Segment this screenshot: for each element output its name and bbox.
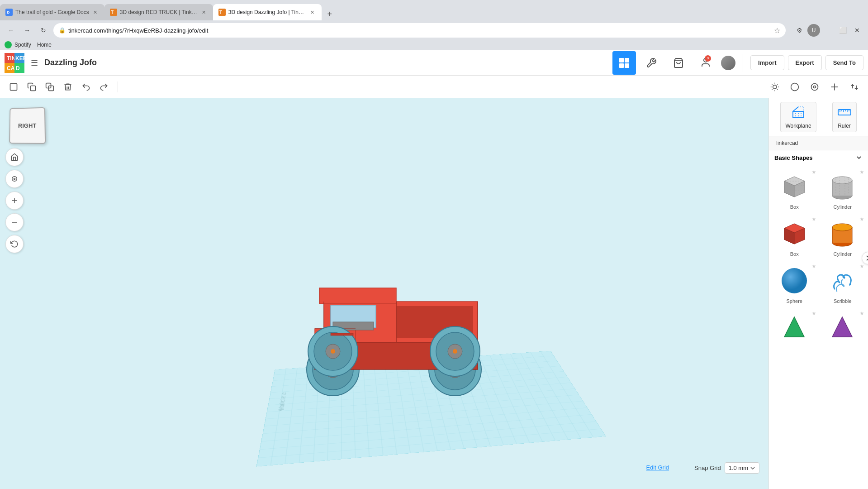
shape-cylinder-gray[interactable]: ★ [819,167,867,213]
redo-button[interactable] [96,79,112,95]
shape-cylinder-gray-label: Cylinder [834,204,852,210]
group-button[interactable] [806,79,823,95]
shape-cylinder-orange[interactable]: ★ Cylinder [819,214,867,260]
tab-1-close[interactable]: ✕ [92,9,99,16]
light-button[interactable] [767,79,783,95]
fit-view-button[interactable] [5,170,24,188]
shape-sphere-blue-icon [778,265,810,297]
shape-cylinder-orange-label: Cylinder [834,251,852,257]
view-cube[interactable]: RIGHT [9,107,45,144]
svg-point-125 [795,115,796,116]
ruler-icon [837,105,852,121]
send-to-button[interactable]: Send To [825,55,863,70]
shape-sphere-blue[interactable]: ★ Sphere [771,261,818,307]
snap-value: 1.0 mm [729,465,748,471]
address-bar-row: ← → ↻ 🔒 tinkercad.com/things/7rHxqwEeRBJ… [0,20,868,40]
svg-point-34 [791,83,799,91]
cursor-button[interactable] [787,79,803,95]
forward-button[interactable]: → [21,24,33,37]
profile-button[interactable]: U [807,24,820,37]
workplane-icon [791,105,806,121]
shape-pyramid-purple-icon [827,312,859,344]
view-controls [5,148,24,253]
zoom-out-button[interactable] [5,213,24,231]
delete-button[interactable] [60,79,76,95]
svg-point-158 [782,268,807,293]
undo-button[interactable] [78,79,94,95]
shape-box-red-star[interactable]: ★ [811,216,816,222]
minimize-button[interactable]: — [822,24,835,37]
user-avatar[interactable] [721,56,735,70]
cube-face-right[interactable]: RIGHT [9,107,46,144]
workplane-button[interactable]: Workplane [780,102,816,132]
extensions-button[interactable]: ⚙ [793,24,806,37]
spotify-label[interactable]: Spotify – Home [14,42,52,48]
ruler-button[interactable]: Ruler [832,102,857,132]
tab-3-close[interactable]: ✕ [309,9,316,16]
shape-pyramid-purple-star[interactable]: ★ [859,310,864,316]
shape-pyramid-purple[interactable]: ★ [819,308,867,349]
tab-1[interactable]: D The trail of gold - Google Docs ✕ [0,4,104,20]
bag-button[interactable] [667,51,690,75]
reset-view-button[interactable] [5,235,24,253]
duplicate-button[interactable] [42,79,58,95]
svg-marker-161 [832,317,852,337]
shape-sphere-blue-star[interactable]: ★ [811,263,816,269]
shape-cylinder-gray-icon [827,171,859,202]
tab-3-label: 3D design Dazzling Jofo | Tinke... [228,9,306,15]
shape-scribble[interactable]: ★ Scribble [819,261,867,307]
star-button[interactable]: ☆ [774,26,780,35]
shape-cylinder-gray-star[interactable]: ★ [859,169,864,175]
select-button[interactable] [5,79,22,95]
reload-button[interactable]: ↻ [37,24,50,37]
tools-button[interactable] [640,51,663,75]
user-button[interactable]: 0 [694,51,717,75]
tab-2[interactable]: T 3D design RED TRUCK | Tinkerca... ✕ [104,4,213,20]
tinkercad-logo[interactable]: TIN KER CA D [5,53,24,73]
svg-line-28 [772,84,773,84]
copy-button[interactable] [24,79,40,95]
shapes-grid: ★ Box [769,165,868,351]
svg-rect-18 [625,63,629,68]
shape-box-red-label: Box [790,251,799,257]
svg-text:KER: KER [15,55,24,62]
shape-box-gray[interactable]: ★ Box [771,167,818,213]
edit-grid-button[interactable]: Edit Grid [646,464,669,471]
tab-3[interactable]: T 3D design Dazzling Jofo | Tinke... ✕ [213,4,322,20]
shape-pyramid-green-icon [778,312,810,344]
svg-line-33 [777,84,778,84]
back-button[interactable]: ← [5,24,17,37]
shape-pyramid-green-star[interactable]: ★ [811,310,816,316]
shapes-dropdown[interactable]: Basic Shapes [769,150,868,165]
snap-grid-dropdown[interactable]: 1.0 mm [725,462,759,474]
menu-icon[interactable]: ☰ [31,58,38,68]
shape-box-gray-star[interactable]: ★ [811,169,816,175]
panel-section-header: Tinkercad [769,136,868,150]
shape-pyramid-green[interactable]: ★ [771,308,818,349]
shape-cylinder-orange-icon [827,218,859,249]
address-bar[interactable]: 🔒 tinkercad.com/things/7rHxqwEeRBJ-dazzl… [53,23,786,38]
import-button[interactable]: Import [750,55,784,70]
align-button[interactable] [826,79,843,95]
toolbar [0,76,868,98]
export-button[interactable]: Export [788,55,822,70]
tab-2-close[interactable]: ✕ [200,9,208,16]
zoom-in-button[interactable] [5,192,24,210]
svg-point-6 [5,42,11,48]
close-button[interactable]: ✕ [851,24,863,37]
svg-rect-118 [793,111,804,118]
flip-button[interactable] [846,79,863,95]
shape-box-red[interactable]: ★ Box [771,214,818,260]
3d-truck [279,243,514,398]
maximize-button[interactable]: ⬜ [836,24,849,37]
grid-view-button[interactable] [612,51,636,75]
shape-scribble-star[interactable]: ★ [859,263,864,269]
3d-viewport[interactable]: Workplane [0,98,768,489]
shape-cylinder-orange-star[interactable]: ★ [859,216,864,222]
svg-point-114 [14,178,15,180]
chevron-right-icon [865,255,868,261]
new-tab-button[interactable]: + [323,8,336,20]
shape-scribble-icon [827,265,859,297]
home-view-button[interactable] [5,148,24,166]
svg-marker-159 [784,317,804,337]
